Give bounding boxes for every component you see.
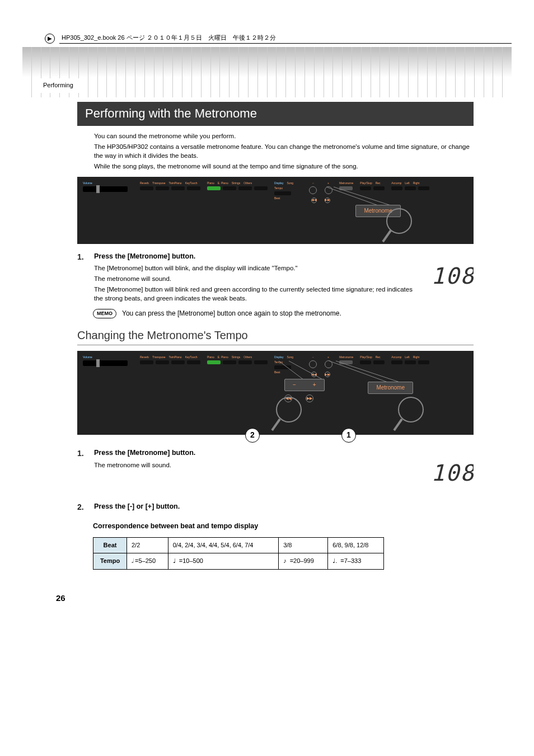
header-arrow-icon: ▶	[45, 34, 55, 44]
step-circle-1: 1	[341, 428, 356, 443]
metronome-callout: Metronome	[355, 205, 401, 217]
panel-label: TwinPiano	[169, 355, 182, 359]
panel-label: Piano	[207, 355, 214, 359]
quarter-note-icon: ♩	[173, 557, 176, 565]
panel-label: Reverb	[140, 181, 149, 185]
table-cell: ♪=20–999	[279, 553, 328, 569]
page-header-bar: ▶ HP305_302_e.book 26 ページ ２０１０年１月５日 火曜日 …	[22, 34, 512, 44]
step-text: The [Metronome] button will blink, and t…	[94, 264, 474, 273]
panel-label: E. Piano	[218, 355, 228, 359]
step-circle-2: 2	[245, 428, 260, 443]
table-header-beat: Beat	[93, 537, 127, 553]
panel-label: Transpose	[152, 181, 165, 185]
panel-label: Strings	[232, 181, 241, 185]
section-intro: You can sound the metronome while you pe…	[77, 132, 474, 171]
panel-label: Beat	[274, 370, 280, 374]
intro-line: You can sound the metronome while you pe…	[94, 132, 474, 140]
panel-label: Others	[243, 355, 252, 359]
panel-label: Rec	[376, 181, 381, 185]
svg-line-5	[272, 419, 280, 430]
magnifier-icon	[390, 396, 429, 435]
panel-label: Display	[274, 355, 283, 359]
svg-text:108: 108	[431, 264, 474, 288]
section-title: Performing with the Metronome	[77, 102, 474, 126]
table-header-tempo: Tempo	[93, 553, 127, 569]
step-number: 2.	[77, 502, 87, 514]
plus-button-graphic	[325, 186, 332, 194]
step-b2: 2. Press the [-] or [+] button.	[77, 502, 474, 514]
svg-point-6	[399, 397, 423, 422]
panel-label: Piano	[207, 181, 214, 185]
panel-label: E. Piano	[218, 181, 228, 185]
panel-label: +	[327, 181, 329, 185]
prev-icon: ◀◀	[284, 395, 292, 402]
panel-label: Metronome	[339, 181, 353, 185]
panel-label: Song	[287, 181, 293, 185]
panel-label: Song	[287, 355, 293, 359]
control-panel-1: Volume Reverb Transpose TwinPiano KeyTou…	[77, 177, 474, 244]
minus-icon: −	[293, 381, 296, 389]
panel-label: −	[312, 355, 314, 359]
panel-label: Rec	[376, 355, 381, 359]
panel-label: Accomp	[391, 355, 401, 359]
panel-label: Left	[405, 355, 409, 359]
table-title: Correspondence between beat and tempo di…	[93, 522, 474, 532]
table-cell: 𝅗𝅥=5–250	[127, 553, 168, 569]
eighth-note-icon: ♪	[283, 557, 287, 565]
callout-label: Metronome	[368, 382, 413, 394]
panel-label: Others	[243, 181, 252, 185]
panel-label: Metronome	[339, 355, 353, 359]
panel-label: KeyTouch	[185, 181, 198, 185]
display-108-graphic: 108	[429, 461, 474, 485]
volume-slider-graphic	[83, 186, 128, 192]
volume-slider-graphic	[83, 360, 128, 366]
panel-label: Right	[413, 355, 420, 359]
step-text: The metronome will sound.	[94, 461, 474, 469]
callout-label: Metronome	[355, 205, 401, 217]
panel-label: Accomp	[391, 181, 401, 185]
panel-label: Left	[405, 181, 409, 185]
memo-text: You can press the [Metronome] button onc…	[122, 309, 341, 318]
step-1: 1. Press the [Metronome] button. 108 The…	[77, 252, 474, 305]
piano-keys-graphic	[22, 47, 512, 97]
dotted-quarter-note-icon: ♩.	[332, 557, 337, 565]
plus-icon: +	[313, 381, 316, 389]
beat-tempo-table: Beat 2/2 0/4, 2/4, 3/4, 4/4, 5/4, 6/4, 7…	[93, 537, 384, 570]
table-cell: 2/2	[127, 537, 168, 553]
panel-label: +	[327, 355, 329, 359]
control-panel-2: Volume Reverb Transpose TwinPiano KeyTou…	[77, 351, 474, 435]
piano-banner: Performing	[22, 47, 512, 97]
display-108-graphic: 108	[429, 264, 474, 288]
step-text: The [Metronome] button will blink red an…	[94, 285, 474, 303]
plus-button-graphic	[325, 360, 332, 368]
step-title: Press the [-] or [+] button.	[94, 502, 474, 512]
panel-label: Strings	[232, 355, 241, 359]
step-number: 1.	[77, 448, 87, 485]
next-icon: ▶▶	[306, 395, 313, 402]
step-number: 1.	[77, 252, 87, 305]
table-cell: ♩.=7–333	[328, 553, 384, 569]
svg-text:108: 108	[431, 461, 474, 485]
panel-label: Play/Stop	[360, 181, 372, 185]
panel-label: −	[312, 181, 314, 185]
table-cell: ♩=10–500	[168, 553, 278, 569]
panel-label: Volume	[83, 355, 92, 359]
prev-button-graphic: ◀◀	[311, 198, 317, 203]
table-row: Beat 2/2 0/4, 2/4, 3/4, 4/4, 5/4, 6/4, 7…	[93, 537, 384, 553]
panel-label: Beat	[274, 196, 280, 200]
table-row: Tempo 𝅗𝅥=5–250 ♩=10–500 ♪=20–999 ♩.=7–33…	[93, 553, 384, 569]
intro-line: The HP305/HP302 contains a versatile met…	[94, 142, 474, 160]
step-title: Press the [Metronome] button.	[94, 252, 474, 262]
metronome-button-graphic	[339, 186, 353, 190]
step-text: The metronome will sound.	[94, 274, 474, 283]
minus-button-graphic	[309, 186, 317, 194]
next-button-graphic: ▶▶	[325, 198, 330, 203]
metronome-callout-2: Metronome	[368, 382, 413, 394]
panel-label: Reverb	[140, 355, 149, 359]
page-number: 26	[56, 592, 512, 604]
panel-label: Tempo	[274, 186, 283, 190]
subsection-title: Changing the Metronome's Tempo	[77, 327, 474, 345]
file-info-text: HP305_302_e.book 26 ページ ２０１０年１月５日 火曜日 午後…	[59, 34, 512, 44]
panel-label: Play/Stop	[360, 355, 372, 359]
panel-label: TwinPiano	[169, 181, 182, 185]
